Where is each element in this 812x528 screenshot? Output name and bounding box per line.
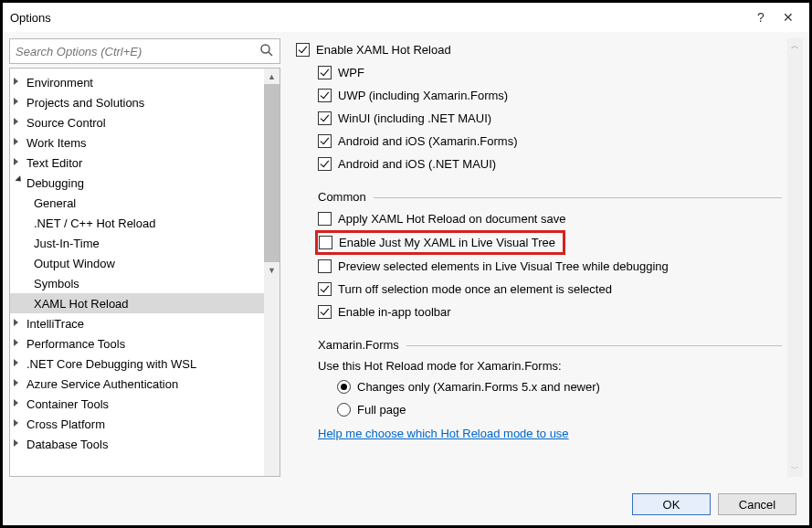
chevron-right-icon[interactable] bbox=[14, 379, 23, 388]
radio-changes-row[interactable]: Changes only (Xamarin.Forms 5.x and newe… bbox=[337, 375, 782, 398]
tree-item-label: IntelliTrace bbox=[26, 317, 84, 331]
preview-selected-checkbox[interactable] bbox=[318, 259, 332, 273]
just-my-xaml-checkbox[interactable] bbox=[319, 236, 332, 249]
maui-android-ios-row[interactable]: Android and iOS (.NET MAUI) bbox=[318, 153, 782, 175]
tree-subitem[interactable]: XAML Hot Reload bbox=[10, 293, 279, 313]
chevron-right-icon[interactable] bbox=[14, 419, 23, 428]
tree-item[interactable]: Projects and Solutions bbox=[10, 92, 279, 112]
uwp-row[interactable]: UWP (including Xamarin.Forms) bbox=[318, 84, 782, 107]
radio-changes-label: Changes only (Xamarin.Forms 5.x and newe… bbox=[357, 380, 600, 394]
svg-point-0 bbox=[261, 45, 269, 53]
chevron-right-icon[interactable] bbox=[14, 158, 23, 167]
panel-scrollbar[interactable]: ︿ ﹀ bbox=[787, 38, 803, 477]
xamarin-group-header: Xamarin.Forms bbox=[296, 338, 782, 352]
close-icon[interactable]: ✕ bbox=[775, 10, 802, 25]
tree-subitem[interactable]: Output Window bbox=[10, 253, 279, 273]
turn-off-selection-row[interactable]: Turn off selection mode once an element … bbox=[318, 278, 782, 301]
inapp-toolbar-row[interactable]: Enable in-app toolbar bbox=[318, 301, 782, 323]
tree-subitem[interactable]: Just-In-Time bbox=[10, 233, 279, 253]
tree-item[interactable]: Work Items bbox=[10, 132, 279, 153]
tree-item[interactable]: Azure Service Authentication bbox=[10, 374, 279, 394]
xam-android-ios-row[interactable]: Android and iOS (Xamarin.Forms) bbox=[318, 130, 782, 153]
tree-scrollbar[interactable]: ▲ ▼ bbox=[264, 69, 279, 476]
tree-item[interactable]: Container Tools bbox=[10, 394, 279, 414]
radio-full[interactable] bbox=[337, 403, 351, 417]
tree-item-label: Just-In-Time bbox=[34, 237, 100, 250]
tree-item[interactable]: Database Tools bbox=[10, 434, 279, 454]
scroll-up-icon[interactable]: ︿ bbox=[787, 38, 803, 54]
common-header-label: Common bbox=[318, 190, 366, 204]
enable-hot-reload-row[interactable]: Enable XAML Hot Reload bbox=[296, 38, 782, 61]
tree-subitem[interactable]: .NET / C++ Hot Reload bbox=[10, 213, 279, 233]
tree-item-label: Container Tools bbox=[26, 397, 109, 411]
chevron-right-icon[interactable] bbox=[14, 118, 23, 127]
xam-android-ios-label: Android and iOS (Xamarin.Forms) bbox=[338, 134, 518, 148]
apply-on-save-row[interactable]: Apply XAML Hot Reload on document save bbox=[318, 207, 782, 230]
xamarin-header-label: Xamarin.Forms bbox=[318, 338, 399, 352]
divider bbox=[406, 345, 782, 346]
just-my-xaml-highlight: Enable Just My XAML in Live Visual Tree bbox=[315, 230, 565, 255]
wpf-row[interactable]: WPF bbox=[318, 61, 782, 84]
chevron-right-icon[interactable] bbox=[14, 399, 23, 408]
radio-changes[interactable] bbox=[337, 380, 351, 394]
tree-subitem[interactable]: Symbols bbox=[10, 273, 279, 293]
uwp-checkbox[interactable] bbox=[318, 89, 332, 102]
scroll-down-icon[interactable]: ﹀ bbox=[787, 461, 803, 477]
tree-item-label: XAML Hot Reload bbox=[34, 297, 129, 311]
chevron-right-icon[interactable] bbox=[14, 359, 23, 368]
scroll-track[interactable] bbox=[787, 54, 803, 461]
winui-label: WinUI (including .NET MAUI) bbox=[338, 111, 491, 125]
chevron-down-icon[interactable] bbox=[14, 178, 23, 187]
scroll-up-icon[interactable]: ▲ bbox=[264, 69, 279, 84]
turn-off-selection-checkbox[interactable] bbox=[318, 282, 332, 296]
search-input[interactable] bbox=[10, 39, 279, 63]
tree-item[interactable]: Text Editor bbox=[10, 153, 279, 173]
tree-item-label: General bbox=[34, 196, 76, 210]
chevron-right-icon[interactable] bbox=[14, 439, 23, 449]
options-tree[interactable]: EnvironmentProjects and SolutionsSource … bbox=[9, 68, 280, 477]
winui-checkbox[interactable] bbox=[318, 111, 332, 125]
help-link[interactable]: Help me choose which Hot Reload mode to … bbox=[318, 427, 782, 440]
tree-item-label: Work Items bbox=[26, 136, 87, 150]
search-box[interactable] bbox=[9, 38, 280, 64]
uwp-label: UWP (including Xamarin.Forms) bbox=[338, 89, 508, 102]
chevron-right-icon[interactable] bbox=[14, 78, 23, 87]
scroll-thumb[interactable] bbox=[264, 84, 279, 262]
tree-item[interactable]: Performance Tools bbox=[10, 333, 279, 354]
apply-on-save-label: Apply XAML Hot Reload on document save bbox=[338, 212, 566, 226]
preview-selected-row[interactable]: Preview selected elements in Live Visual… bbox=[318, 255, 782, 278]
just-my-xaml-label: Enable Just My XAML in Live Visual Tree bbox=[339, 236, 555, 249]
xam-android-ios-checkbox[interactable] bbox=[318, 134, 332, 148]
wpf-checkbox[interactable] bbox=[318, 66, 332, 79]
tree-item[interactable]: .NET Core Debugging with WSL bbox=[10, 354, 279, 374]
ok-button[interactable]: OK bbox=[632, 493, 711, 515]
tree-item[interactable]: Source Control bbox=[10, 112, 279, 132]
tree-item-label: Output Window bbox=[34, 257, 115, 270]
winui-row[interactable]: WinUI (including .NET MAUI) bbox=[318, 107, 782, 130]
tree-item[interactable]: Cross Platform bbox=[10, 414, 279, 434]
preview-selected-label: Preview selected elements in Live Visual… bbox=[338, 259, 669, 273]
cancel-button[interactable]: Cancel bbox=[718, 493, 796, 515]
apply-on-save-checkbox[interactable] bbox=[318, 212, 332, 226]
xamarin-prompt: Use this Hot Reload mode for Xamarin.For… bbox=[318, 355, 782, 375]
turn-off-selection-label: Turn off selection mode once an element … bbox=[338, 282, 612, 296]
inapp-toolbar-label: Enable in-app toolbar bbox=[338, 305, 451, 319]
tree-item[interactable]: IntelliTrace bbox=[10, 313, 279, 333]
chevron-right-icon[interactable] bbox=[14, 319, 23, 328]
maui-android-ios-checkbox[interactable] bbox=[318, 157, 332, 171]
tree-subitem[interactable]: General bbox=[10, 193, 279, 213]
help-icon[interactable]: ? bbox=[747, 10, 775, 25]
chevron-right-icon[interactable] bbox=[14, 339, 23, 348]
chevron-right-icon[interactable] bbox=[14, 138, 23, 147]
tree-item[interactable]: Debugging bbox=[10, 173, 279, 193]
tree-item-label: Azure Service Authentication bbox=[26, 377, 178, 391]
inapp-toolbar-checkbox[interactable] bbox=[318, 305, 332, 319]
tree-item[interactable]: Environment bbox=[10, 72, 279, 92]
settings-panel: Enable XAML Hot Reload WPF UWP (includin… bbox=[287, 38, 803, 477]
radio-full-row[interactable]: Full page bbox=[337, 398, 782, 421]
tree-inner: EnvironmentProjects and SolutionsSource … bbox=[10, 69, 279, 458]
dialog-buttons: OK Cancel bbox=[3, 483, 809, 525]
chevron-right-icon[interactable] bbox=[14, 98, 23, 107]
enable-hot-reload-checkbox[interactable] bbox=[296, 43, 310, 57]
scroll-down-icon[interactable]: ▼ bbox=[264, 262, 279, 278]
